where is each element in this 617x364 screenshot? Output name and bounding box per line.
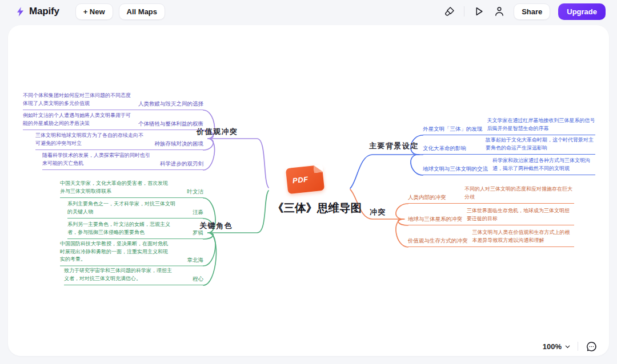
node-desc: 故事起始于文化大革命时期，这个时代背景对主要角色的命运产生深远影响 [486, 136, 595, 152]
mapify-logo[interactable]: Mapify [15, 6, 59, 17]
pdf-file-icon: PDF [286, 165, 324, 194]
node-label: 种族存续对决的困境 [155, 140, 204, 147]
statusbar-divider [578, 342, 578, 351]
node-label: 罗辑 [193, 229, 203, 236]
all-maps-button[interactable]: All Maps [119, 3, 165, 20]
node-label: 章北海 [187, 256, 204, 263]
feedback-chat-icon[interactable] [585, 340, 598, 353]
node-label: 人类内部的冲突 [408, 194, 446, 201]
mindmap-node[interactable]: 中国国防科技大学教授，坚决果断，在面对危机时展现出冷静和勇敢的一面，注重实用主义… [60, 240, 203, 266]
node-label: 外星文明「三体」的发现 [423, 126, 483, 132]
pdf-badge: PDF [292, 175, 308, 185]
mindmap-node[interactable]: 致力于研究宇宙学和三体问题的科学家，理想主义者，对对抗三体文明充满信心。 程心 [64, 267, 203, 285]
node-label: 地球与三体星系的冲突 [408, 216, 462, 223]
upgrade-button[interactable]: Upgrade [558, 3, 606, 20]
node-desc: 系列主要角色之一，天才科学家，对抗三体文明的关键人物 [67, 200, 176, 216]
node-label: 汪淼 [193, 209, 203, 216]
status-bar: 100% [543, 340, 598, 353]
branch-label-background[interactable]: 主要背景设定 [369, 141, 419, 151]
node-label: 叶文洁 [187, 188, 204, 195]
topbar-divider [464, 6, 464, 17]
mindmap-node[interactable]: 中国天文学家，文化大革命的受害者，首次发现并与三体文明取得联系 叶文洁 [60, 180, 203, 198]
root-title: 《三体》思维导图 [269, 200, 366, 216]
node-desc: 三体世界面临生存危机，地球成为三体文明想要迁徙的目标 [467, 207, 574, 223]
node-desc: 不同的人对三体文明的态度和应对措施存在巨大分歧 [464, 185, 574, 201]
mindmap-node[interactable]: 价值观与生存方式的冲突 三体文明与人类在价值观和生存方式上的根本差异导致双方难以… [408, 229, 574, 247]
profile-icon[interactable] [493, 5, 506, 18]
mindmap-node[interactable]: 地球与三体星系的冲突 三体世界面临生存危机，地球成为三体文明想要迁徙的目标 [408, 207, 574, 225]
node-desc: 中国国防科技大学教授，坚决果断，在面对危机时展现出冷静和勇敢的一面，注重实用主义… [60, 240, 169, 264]
node-label: 程心 [193, 276, 203, 282]
node-desc: 不同个体和集团对如何应对三体问题的不同态度体现了人类文明的多元价值观 [23, 92, 133, 107]
node-desc: 科学家和政治家通过各种方式与三体文明沟通，揭示了两种截然不同的文明观 [492, 157, 595, 172]
style-brush-icon[interactable] [443, 5, 456, 18]
node-label: 地球文明与三体文明的交流 [423, 165, 488, 172]
node-desc: 致力于研究宇宙学和三体问题的科学家，理想主义者，对对抗三体文明充满信心。 [64, 267, 173, 282]
mindmap-node[interactable]: 系列另一主要角色，叶文洁的女婿，悲观主义者，参与抵御三体侵略的重要角色 罗辑 [67, 221, 203, 239]
node-desc: 三体文明和地球文明双方为了各自的存续走向不可避免的冲突与对立 [35, 132, 144, 147]
branch-label-key-characters[interactable]: 关键角色 [199, 221, 233, 231]
share-button[interactable]: Share [514, 3, 550, 20]
mindmap-node[interactable]: 人类内部的冲突 不同的人对三体文明的态度和应对措施存在巨大分歧 [408, 185, 574, 204]
new-map-button[interactable]: + New [75, 3, 113, 20]
node-desc: 例如叶文洁的个人遭遇与她将人类文明暴露于可能的外星威胁之间的矛盾决策 [23, 112, 133, 127]
mindmap-node[interactable]: 三体文明和地球文明双方为了各自的存续走向不可避免的冲突与对立 种族存续对决的困境 [35, 132, 203, 150]
node-desc: 系列另一主要角色，叶文洁的女婿，悲观主义者，参与抵御三体侵略的重要角色 [67, 221, 171, 236]
zoom-control[interactable]: 100% [543, 342, 571, 351]
present-play-icon[interactable] [472, 5, 485, 18]
mindmap-node[interactable]: 例如叶文洁的个人遭遇与她将人类文明暴露于可能的外星威胁之间的矛盾决策 个体牺牲与… [23, 112, 203, 130]
node-desc: 中国天文学家，文化大革命的受害者，首次发现并与三体文明取得联系 [60, 180, 169, 195]
branch-label-conflict[interactable]: 冲突 [370, 207, 386, 217]
mindmap-node[interactable]: 文化大革命的影响 故事起始于文化大革命时期，这个时代背景对主要角色的命运产生深远… [423, 136, 595, 155]
top-bar: Mapify + New All Maps Share Upgrade [0, 0, 617, 23]
node-label: 科学进步的双刃剑 [160, 160, 203, 167]
brand-name: Mapify [29, 6, 59, 17]
mindmap-node[interactable]: 随着科学技术的发展，人类探索宇宙的同时也引来可能的灭亡危机 科学进步的双刃剑 [42, 152, 203, 170]
mindmap-node[interactable]: 外星文明「三体」的发现 天文学家在通过红岸基地接收到三体星系的信号后揭开外星智慧… [423, 117, 595, 135]
root-node[interactable]: PDF 《三体》思维导图 [269, 167, 366, 216]
node-desc: 三体文明与人类在价值观和生存方式上的根本差异导致双方难以沟通和理解 [472, 229, 575, 244]
mindmap-node[interactable]: 不同个体和集团对如何应对三体问题的不同态度体现了人类文明的多元价值观 人类救赎与… [23, 92, 203, 110]
node-label: 文化大革命的影响 [423, 145, 466, 152]
mindmap-node[interactable]: 系列主要角色之一，天才科学家，对抗三体文明的关键人物 汪淼 [67, 200, 203, 219]
chevron-down-icon [564, 343, 571, 350]
node-desc: 天文学家在通过红岸基地接收到三体星系的信号后揭开外星智慧生命的序幕 [487, 117, 596, 132]
bolt-icon [15, 6, 26, 17]
node-label: 价值观与生存方式的冲突 [408, 237, 468, 244]
folded-corner [313, 164, 323, 173]
zoom-level: 100% [543, 342, 562, 351]
node-label: 人类救赎与毁灭之间的选择 [138, 100, 203, 107]
node-label: 个体牺牲与整体利益的权衡 [138, 120, 203, 127]
node-desc: 随着科学技术的发展，人类探索宇宙的同时也引来可能的灭亡危机 [42, 152, 151, 167]
mindmap-node[interactable]: 地球文明与三体文明的交流 科学家和政治家通过各种方式与三体文明沟通，揭示了两种截… [423, 157, 595, 175]
